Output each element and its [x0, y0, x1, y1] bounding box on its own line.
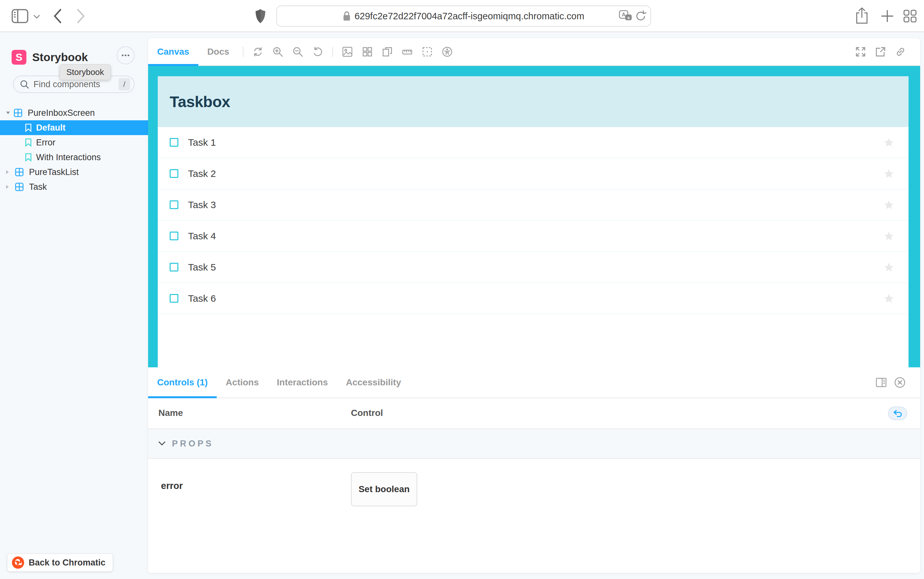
zoom-in-icon[interactable] — [268, 38, 288, 65]
outline-icon[interactable] — [417, 38, 437, 65]
taskbox-header: Taskbox — [158, 76, 909, 127]
component-tree: PureInboxScreen Default Error With Inter… — [0, 106, 148, 194]
tree-item-error[interactable]: Error — [0, 135, 148, 150]
preview-card: Canvas Docs — [148, 38, 920, 573]
task-checkbox[interactable] — [170, 169, 178, 178]
control-row-error: error Set boolean — [148, 460, 920, 556]
storybook-sidebar: S Storybook Storybook Find components / … — [0, 33, 148, 579]
browser-sidebar-chevron-down-icon[interactable] — [33, 15, 40, 19]
task-checkbox[interactable] — [170, 263, 178, 272]
task-checkbox[interactable] — [170, 294, 178, 303]
task-row: Task 1 — [158, 127, 909, 158]
lock-icon — [343, 11, 351, 21]
reload-icon[interactable] — [635, 6, 647, 26]
screen: 629fc2e72d22f7004a72acff-isgeomiqmq.chro… — [0, 0, 924, 579]
storybook-logo[interactable]: S — [11, 50, 26, 65]
tab-interactions[interactable]: Interactions — [268, 367, 337, 397]
tree-item-puretasklist[interactable]: PureTaskList — [0, 165, 148, 180]
browser-forward-button[interactable] — [76, 8, 85, 24]
svg-text:a: a — [627, 15, 630, 20]
caret-down-icon[interactable] — [6, 111, 10, 114]
browser-back-button[interactable] — [53, 8, 62, 24]
star-icon[interactable] — [883, 200, 894, 210]
tree-item-label: Default — [36, 123, 66, 133]
star-icon[interactable] — [883, 137, 894, 148]
task-label: Task 4 — [188, 231, 216, 242]
tab-docs[interactable]: Docs — [198, 38, 238, 65]
task-checkbox[interactable] — [170, 138, 178, 147]
task-label: Task 1 — [188, 137, 216, 148]
addons-panel-tab-bar: Controls (1) Actions Interactions Access… — [148, 367, 920, 398]
sidebar-menu-button[interactable] — [117, 46, 135, 64]
tree-item-label: With Interactions — [36, 152, 101, 162]
grid-icon[interactable] — [357, 38, 377, 65]
task-checkbox[interactable] — [170, 200, 178, 209]
tree-item-task[interactable]: Task — [0, 180, 148, 194]
chevron-down-icon — [158, 441, 166, 446]
zoom-out-icon[interactable] — [288, 38, 308, 65]
tab-overview-icon[interactable] — [903, 10, 917, 23]
tab-actions[interactable]: Actions — [217, 367, 268, 397]
share-icon[interactable] — [855, 7, 869, 25]
measure-icon[interactable] — [397, 38, 417, 65]
panel-right-icons — [872, 367, 920, 398]
brand-title: Storybook — [32, 51, 88, 64]
toolbar-divider — [332, 47, 333, 57]
browser-sidebar-toggle-icon[interactable] — [11, 9, 28, 23]
task-label: Task 5 — [188, 262, 216, 273]
tree-item-label: Task — [29, 182, 47, 192]
open-new-tab-icon[interactable] — [871, 38, 891, 65]
name-column-header: Name — [158, 408, 183, 418]
toolbar-divider — [243, 47, 243, 57]
star-icon[interactable] — [883, 262, 894, 273]
component-icon — [13, 108, 23, 118]
star-icon[interactable] — [883, 293, 894, 304]
svg-text:A: A — [622, 12, 625, 17]
background-icon[interactable] — [337, 38, 357, 65]
panel-orientation-icon[interactable] — [872, 367, 891, 398]
tree-item-label: Error — [36, 138, 55, 148]
storybook-tooltip: Storybook — [59, 64, 111, 80]
search-icon — [20, 80, 29, 89]
url-text: 629fc2e72d22f7004a72acff-isgeomiqmq.chro… — [355, 11, 584, 21]
accessibility-vision-icon[interactable] — [437, 38, 457, 65]
tree-item-pureinboxscreen[interactable]: PureInboxScreen — [0, 106, 148, 120]
fullscreen-icon[interactable] — [850, 38, 871, 65]
undo-icon — [893, 409, 903, 417]
task-row: Task 3 — [158, 190, 909, 221]
close-panel-icon[interactable] — [891, 367, 909, 398]
caret-right-icon[interactable] — [6, 170, 10, 174]
reset-zoom-icon[interactable] — [308, 38, 328, 65]
tree-item-default[interactable]: Default — [0, 120, 148, 135]
viewport-icon[interactable] — [377, 38, 397, 65]
reset-controls-button[interactable] — [888, 407, 907, 420]
star-icon[interactable] — [883, 168, 894, 179]
search-shortcut-key: / — [118, 78, 130, 90]
props-section-toggle[interactable]: PROPS — [148, 429, 920, 459]
tree-item-with-interactions[interactable]: With Interactions — [0, 150, 148, 165]
translate-icon[interactable]: Aa — [619, 6, 632, 26]
ellipsis-icon — [121, 54, 130, 57]
remount-icon[interactable] — [248, 38, 268, 65]
chromatic-logo-icon — [12, 556, 24, 569]
tab-controls[interactable]: Controls (1) — [148, 367, 217, 397]
tab-accessibility[interactable]: Accessibility — [337, 367, 410, 397]
bookmark-icon — [25, 153, 32, 162]
component-icon — [15, 182, 24, 191]
copy-link-icon[interactable] — [891, 38, 911, 65]
back-to-chromatic-button[interactable]: Back to Chromatic — [7, 554, 113, 572]
brand-row: S Storybook — [11, 49, 88, 65]
browser-toolbar: 629fc2e72d22f7004a72acff-isgeomiqmq.chro… — [0, 0, 924, 32]
taskbox-title: Taskbox — [170, 93, 230, 111]
tab-canvas[interactable]: Canvas — [148, 38, 198, 65]
url-bar[interactable]: 629fc2e72d22f7004a72acff-isgeomiqmq.chro… — [276, 5, 651, 27]
caret-right-icon[interactable] — [6, 185, 10, 189]
control-column-header: Control — [351, 408, 383, 418]
tree-item-label: PureTaskList — [29, 167, 79, 177]
set-boolean-button[interactable]: Set boolean — [351, 472, 417, 506]
star-icon[interactable] — [883, 231, 894, 242]
task-checkbox[interactable] — [170, 232, 178, 240]
new-tab-plus-icon[interactable] — [881, 10, 894, 23]
privacy-shield-icon[interactable] — [255, 8, 266, 24]
canvas-tab-bar: Canvas Docs — [148, 38, 920, 66]
